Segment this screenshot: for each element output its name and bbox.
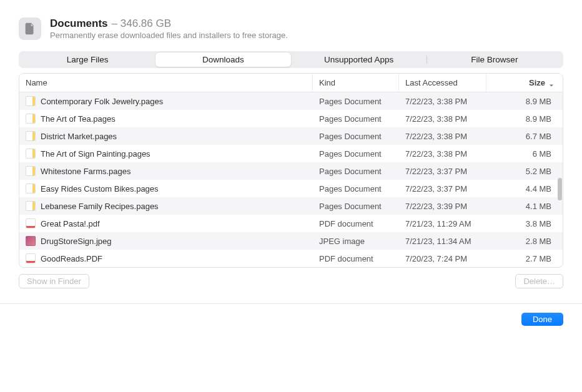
file-icon xyxy=(26,201,36,211)
segmented-control: Large FilesDownloadsUnsupported AppsFile… xyxy=(19,51,563,68)
file-last-accessed: 7/21/23, 11:29 AM xyxy=(399,215,486,232)
tab-large-files[interactable]: Large Files xyxy=(20,52,155,67)
file-size: 6.7 MB xyxy=(486,128,563,145)
table-row[interactable]: Easy Rides Custom Bikes.pagesPages Docum… xyxy=(19,180,563,197)
page-size: – 346.86 GB xyxy=(112,17,171,30)
column-header-name[interactable]: Name xyxy=(19,74,313,92)
file-size: 5.2 MB xyxy=(486,163,563,180)
table-row[interactable]: Great Pasta!.pdfPDF document7/21/23, 11:… xyxy=(19,215,563,232)
file-icon xyxy=(26,96,36,106)
file-size: 6 MB xyxy=(486,145,563,162)
file-icon xyxy=(26,184,36,194)
file-name: Lebanese Family Recipes.pages xyxy=(41,202,159,211)
column-header-kind[interactable]: Kind xyxy=(313,74,399,92)
show-in-finder-button[interactable]: Show in Finder xyxy=(19,274,89,288)
table-header: Name Kind Last Accessed Size xyxy=(19,74,563,92)
table-body: Contemporary Folk Jewelry.pagesPages Doc… xyxy=(19,92,563,267)
file-icon xyxy=(26,218,36,228)
tab-unsupported-apps[interactable]: Unsupported Apps xyxy=(292,52,427,67)
table-row[interactable]: District Market.pagesPages Document7/22/… xyxy=(19,127,563,145)
file-kind: Pages Document xyxy=(313,128,399,145)
file-kind: Pages Document xyxy=(313,145,399,162)
file-last-accessed: 7/22/23, 3:38 PM xyxy=(399,110,486,127)
table-row[interactable]: The Art of Sign Painting.pagesPages Docu… xyxy=(19,145,563,162)
table-row[interactable]: Lebanese Family Recipes.pagesPages Docum… xyxy=(19,197,563,215)
file-kind: Pages Document xyxy=(313,163,399,180)
file-size: 2.7 MB xyxy=(486,250,563,267)
file-last-accessed: 7/20/23, 7:24 PM xyxy=(399,250,486,267)
file-last-accessed: 7/22/23, 3:38 PM xyxy=(399,128,486,145)
file-last-accessed: 7/22/23, 3:38 PM xyxy=(399,93,486,110)
file-icon xyxy=(26,114,36,124)
file-icon xyxy=(26,236,36,246)
table-row[interactable]: DrugStoreSign.jpegJPEG image7/21/23, 11:… xyxy=(19,232,563,250)
file-icon xyxy=(26,149,36,159)
file-kind: PDF document xyxy=(313,215,399,232)
file-table: Name Kind Last Accessed Size Contemporar… xyxy=(19,73,563,268)
file-size: 4.4 MB xyxy=(486,180,563,197)
file-kind: PDF document xyxy=(313,250,399,267)
file-name: The Art of Sign Painting.pages xyxy=(41,149,150,159)
file-icon xyxy=(26,131,36,141)
file-last-accessed: 7/22/23, 3:37 PM xyxy=(399,180,486,197)
file-name: The Art of Tea.pages xyxy=(41,114,116,124)
column-header-last-accessed[interactable]: Last Accessed xyxy=(399,74,486,92)
table-row[interactable]: The Art of Tea.pagesPages Document7/22/2… xyxy=(19,110,563,127)
file-name: District Market.pages xyxy=(41,132,117,141)
delete-button[interactable]: Delete… xyxy=(515,274,563,288)
file-name: Contemporary Folk Jewelry.pages xyxy=(41,97,163,106)
file-size: 3.8 MB xyxy=(486,215,563,232)
file-kind: JPEG image xyxy=(313,233,399,250)
file-kind: Pages Document xyxy=(313,198,399,215)
tab-downloads[interactable]: Downloads xyxy=(155,52,290,67)
column-header-size[interactable]: Size xyxy=(486,74,563,92)
file-kind: Pages Document xyxy=(313,180,399,197)
page-subtitle: Permanently erase downloaded files and i… xyxy=(50,31,288,40)
table-row[interactable]: Whitestone Farms.pagesPages Document7/22… xyxy=(19,162,563,180)
header: Documents – 346.86 GB Permanently erase … xyxy=(19,17,563,51)
file-size: 8.9 MB xyxy=(486,93,563,110)
done-button[interactable]: Done xyxy=(521,313,563,326)
file-icon xyxy=(26,253,36,263)
file-size: 2.8 MB xyxy=(486,233,563,250)
file-size: 4.1 MB xyxy=(486,198,563,215)
file-name: Great Pasta!.pdf xyxy=(41,219,100,228)
tab-file-browser[interactable]: File Browser xyxy=(427,52,562,67)
file-last-accessed: 7/22/23, 3:37 PM xyxy=(399,163,486,180)
file-last-accessed: 7/22/23, 3:39 PM xyxy=(399,198,486,215)
file-kind: Pages Document xyxy=(313,93,399,110)
documents-icon xyxy=(19,17,41,40)
file-name: GoodReads.PDF xyxy=(41,254,102,263)
file-kind: Pages Document xyxy=(313,110,399,127)
page-title: Documents xyxy=(50,17,108,30)
chevron-down-icon xyxy=(549,81,554,86)
file-last-accessed: 7/22/23, 3:38 PM xyxy=(399,145,486,162)
table-row[interactable]: GoodReads.PDFPDF document7/20/23, 7:24 P… xyxy=(19,250,563,267)
footer: Done xyxy=(0,303,582,337)
file-last-accessed: 7/21/23, 11:34 AM xyxy=(399,233,486,250)
scrollbar-thumb[interactable] xyxy=(558,178,562,200)
file-icon xyxy=(26,166,36,176)
file-name: DrugStoreSign.jpeg xyxy=(41,237,111,246)
file-name: Easy Rides Custom Bikes.pages xyxy=(41,184,159,194)
file-size: 8.9 MB xyxy=(486,110,563,127)
table-row[interactable]: Contemporary Folk Jewelry.pagesPages Doc… xyxy=(19,92,563,110)
file-name: Whitestone Farms.pages xyxy=(41,167,131,176)
